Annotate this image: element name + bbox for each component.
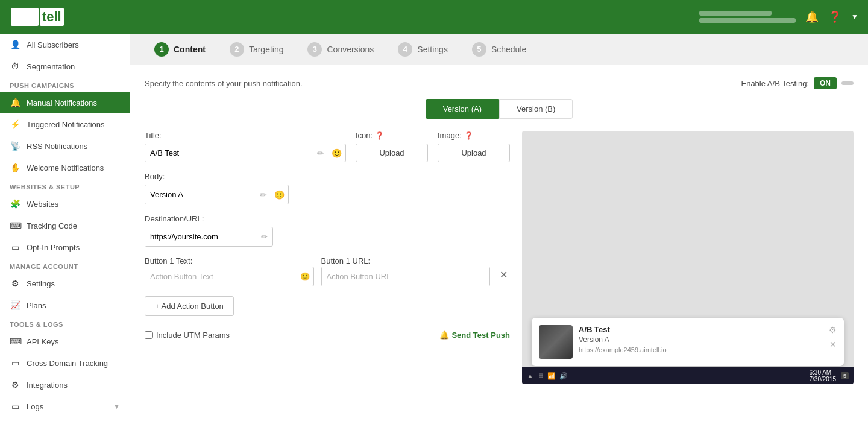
utm-checkbox-label[interactable]: Include UTM Params <box>145 330 230 340</box>
icon-field-group: Icon: ❓ Upload <box>356 131 428 162</box>
utm-row: Include UTM Params 🔔 Send Test Push <box>145 330 510 340</box>
notification-close-icon[interactable]: ✕ <box>829 340 837 349</box>
step-5-num: 5 <box>472 42 486 57</box>
toggle-on[interactable]: ON <box>814 77 837 89</box>
step-content[interactable]: 1 Content <box>142 42 218 57</box>
notification-subtitle: Version A <box>579 335 823 344</box>
sidebar-item-label: Logs <box>27 402 43 411</box>
push-campaigns-section: PUSH CAMPAIGNS <box>0 77 130 92</box>
main-layout: 👤 All Subscribers ⏱ Segmentation PUSH CA… <box>0 34 868 430</box>
button-fields-row: Button 1 Text: 🙂 Button 1 URL: <box>145 256 510 286</box>
taskbar-system-icons: ▲ 🖥 📶 🔊 <box>527 372 568 380</box>
taskbar-sound-icon: 🔊 <box>559 372 568 380</box>
version-a-tab[interactable]: Version (A) <box>426 99 499 119</box>
image-help-icon: ❓ <box>464 131 473 140</box>
sidebar-item-all-subscribers[interactable]: 👤 All Subscribers <box>0 34 130 55</box>
utm-label-text: Include UTM Params <box>156 330 230 340</box>
utm-checkbox[interactable] <box>145 331 153 339</box>
step-2-num: 2 <box>230 42 244 57</box>
progress-bar-1 <box>699 11 772 16</box>
sidebar-item-api-keys[interactable]: ⌨ API Keys <box>0 330 130 352</box>
button1-text-input[interactable] <box>145 267 297 286</box>
bell-icon[interactable]: 🔔 <box>805 10 819 24</box>
sidebar-item-manual-notifications[interactable]: 🔔 Manual Notifications <box>0 92 130 113</box>
body-input[interactable] <box>145 185 256 204</box>
help-icon[interactable]: ❓ <box>828 10 841 24</box>
sidebar-item-label: Manual Notifications <box>27 98 97 107</box>
title-input[interactable] <box>145 144 313 162</box>
toggle-off[interactable] <box>841 81 854 85</box>
sidebar-item-settings[interactable]: ⚙ Settings <box>0 273 130 294</box>
sidebar-item-triggered-notifications[interactable]: ⚡ Triggered Notifications <box>0 113 130 135</box>
step-conversions[interactable]: 3 Conversions <box>295 42 386 57</box>
bell-send-icon: 🔔 <box>439 330 449 340</box>
notification-body: A/B Test Version A https://example2459.a… <box>532 318 844 366</box>
step-1-label: Content <box>174 45 206 54</box>
step-schedule[interactable]: 5 Schedule <box>460 42 538 57</box>
sidebar-item-label: Plans <box>27 301 46 310</box>
sidebar-item-rss-notifications[interactable]: 📡 RSS Notifications <box>0 135 130 157</box>
button1-text-label: Button 1 Text: <box>145 256 314 265</box>
step-2-label: Targeting <box>249 45 284 54</box>
sidebar-item-plans[interactable]: 📈 Plans <box>0 294 130 316</box>
sidebar-item-label: Websites <box>27 200 58 209</box>
body-emoji-icon[interactable]: 🙂 <box>271 190 288 200</box>
title-emoji-icon[interactable]: 🙂 <box>328 148 345 158</box>
button1-text-group: Button 1 Text: 🙂 <box>145 256 314 286</box>
content-area: 1 Content 2 Targeting 3 Conversions 4 Se… <box>130 34 868 430</box>
sidebar-item-label: Integrations <box>27 381 68 390</box>
subscribers-icon: 👤 <box>10 40 20 49</box>
version-b-tab[interactable]: Version (B) <box>499 99 573 119</box>
welcome-icon: ✋ <box>10 163 20 172</box>
sidebar-item-logs[interactable]: ▭ Logs ▼ <box>0 396 130 417</box>
sidebar-item-welcome-notifications[interactable]: ✋ Welcome Notifications <box>0 157 130 179</box>
title-edit-icon[interactable]: ✏ <box>313 148 328 158</box>
sidebar-item-label: Welcome Notifications <box>27 163 104 172</box>
sidebar-item-integrations[interactable]: ⚙ Integrations <box>0 374 130 396</box>
step-targeting[interactable]: 2 Targeting <box>218 42 296 57</box>
notification-title: A/B Test <box>579 325 823 334</box>
preview-notification: A/B Test Version A https://example2459.a… <box>532 318 844 366</box>
body-row: Body: ✏ 🙂 <box>145 172 510 204</box>
button1-url-input[interactable] <box>322 267 490 286</box>
body-edit-icon[interactable]: ✏ <box>256 190 271 200</box>
send-test-button[interactable]: 🔔 Send Test Push <box>439 330 510 340</box>
plans-icon: 📈 <box>10 300 20 310</box>
button1-remove-button[interactable]: ✕ <box>497 264 510 285</box>
notification-settings-icon[interactable]: ⚙ <box>829 325 837 335</box>
step-settings[interactable]: 4 Settings <box>386 42 460 57</box>
sidebar-item-tracking-code[interactable]: ⌨ Tracking Code <box>0 215 130 236</box>
sidebar-item-segmentation[interactable]: ⏱ Segmentation <box>0 55 130 77</box>
opt-in-icon: ▭ <box>10 242 20 252</box>
sidebar-item-label: All Subscribers <box>27 40 79 49</box>
user-dropdown-icon[interactable]: ▼ <box>851 13 858 21</box>
destination-input-wrap: ✏ <box>145 227 273 247</box>
title-label: Title: <box>145 131 346 140</box>
sidebar-item-label: Cross Domain Tracking <box>27 359 108 368</box>
sidebar-item-websites[interactable]: 🧩 Websites <box>0 193 130 215</box>
image-field-group: Image: ❓ Upload <box>438 131 510 162</box>
icon-upload-button[interactable]: Upload <box>356 144 428 162</box>
image-upload-button[interactable]: Upload <box>438 144 510 162</box>
step-1-num: 1 <box>154 42 169 57</box>
date-display: 7/30/2015 <box>809 376 836 382</box>
manual-notif-icon: 🔔 <box>10 98 20 107</box>
sidebar-item-label: RSS Notifications <box>27 142 87 151</box>
button1-url-label: Button 1 URL: <box>321 256 491 265</box>
button1-url-group: Button 1 URL: <box>321 256 491 286</box>
destination-edit-icon[interactable]: ✏ <box>256 232 272 241</box>
title-input-wrap: ✏ 🙂 <box>145 144 346 162</box>
sidebar-item-cross-domain[interactable]: ▭ Cross Domain Tracking <box>0 352 130 374</box>
sidebar-item-opt-in-prompts[interactable]: ▭ Opt-In Prompts <box>0 236 130 258</box>
button1-emoji-icon[interactable]: 🙂 <box>297 272 313 281</box>
notification-icons: ⚙ ✕ <box>829 325 837 349</box>
add-action-button[interactable]: + Add Action Button <box>145 296 234 316</box>
taskbar-time: 6:30 AM 7/30/2015 <box>809 369 836 382</box>
destination-input[interactable] <box>145 227 256 246</box>
sidebar-item-label: Tracking Code <box>27 221 77 230</box>
button1-url-wrap <box>321 267 491 286</box>
integrations-icon: ⚙ <box>10 380 20 390</box>
logo-highlight: tell <box>40 8 64 26</box>
sidebar: 👤 All Subscribers ⏱ Segmentation PUSH CA… <box>0 34 130 430</box>
taskbar-wifi-icon: 📶 <box>547 372 556 380</box>
